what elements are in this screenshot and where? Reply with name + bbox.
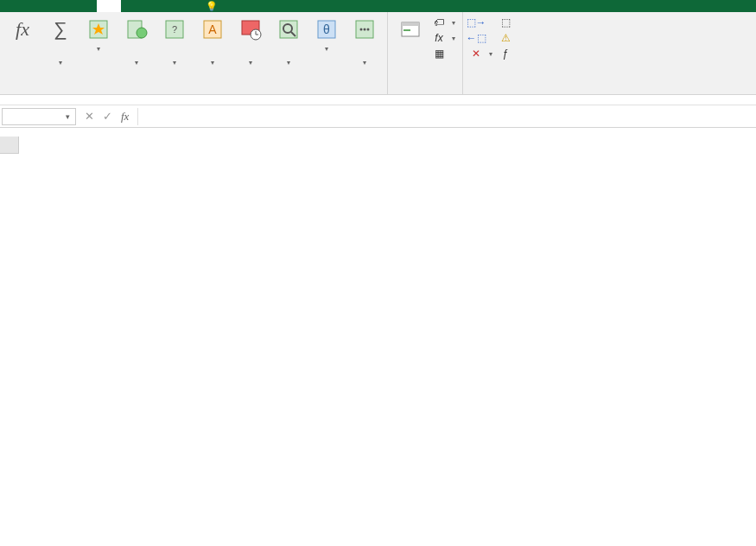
name-box[interactable]: ▾ — [2, 108, 76, 125]
trace-prec-button[interactable]: ⬚→ — [468, 16, 494, 29]
financial-button[interactable]: ▾ — [118, 14, 156, 70]
svg-point-18 — [360, 29, 363, 31]
cancel-icon[interactable]: ✕ — [85, 110, 94, 123]
ribbon: fx ∑ ▾ ▾ ▾ ? — [0, 12, 756, 95]
lookup-button[interactable]: ▾ — [270, 14, 308, 70]
spreadsheet-grid[interactable] — [0, 136, 756, 154]
enter-icon[interactable]: ✓ — [103, 110, 112, 123]
use-in-formula-button[interactable]: fx ▾ — [431, 31, 457, 45]
math-button[interactable]: θ ▾ — [308, 14, 346, 54]
tab-insert[interactable] — [48, 0, 73, 12]
tab-file[interactable] — [0, 0, 24, 12]
name-manager-button[interactable] — [391, 14, 429, 47]
error-check-button[interactable]: ⚠ — [498, 31, 517, 45]
group-label-audit — [467, 90, 518, 94]
sigma-icon: ∑ — [47, 16, 74, 43]
tag-icon: 🏷 — [433, 16, 445, 29]
svg-rect-22 — [402, 22, 419, 26]
tab-review[interactable] — [145, 0, 169, 12]
clock-icon — [237, 16, 264, 43]
tab-start[interactable] — [24, 0, 48, 12]
tab-view[interactable] — [169, 0, 194, 12]
group-label-lib — [3, 90, 384, 94]
eval-icon: ƒ — [499, 48, 511, 60]
select-all-corner[interactable] — [0, 136, 19, 154]
trace-dep-icon: ←⬚ — [470, 32, 482, 44]
formula-bar-row: ▾ ✕ ✓ fx — [0, 105, 756, 128]
group-audit: ⬚→ ←⬚ ✕ ▾ ⬚ ⚠ ƒ — [463, 12, 522, 94]
ribbon-tabs: 💡 — [0, 0, 756, 12]
logical-icon: ? — [161, 16, 188, 43]
svg-text:?: ? — [172, 24, 177, 35]
svg-text:θ: θ — [323, 22, 330, 36]
recent-button[interactable]: ▾ — [79, 14, 118, 54]
fx-button[interactable]: fx — [121, 110, 129, 124]
tell-me[interactable]: 💡 — [194, 0, 230, 12]
svg-point-20 — [367, 29, 370, 31]
show-icon: ⬚ — [499, 16, 511, 29]
theta-icon: θ — [313, 16, 340, 43]
logical-button[interactable]: ? ▾ — [156, 14, 194, 70]
more-icon — [351, 16, 378, 43]
chevron-down-icon[interactable]: ▾ — [66, 112, 70, 121]
show-formula-button[interactable]: ⬚ — [498, 16, 517, 29]
fx-icon: fx — [9, 16, 36, 43]
lookup-icon — [275, 16, 302, 43]
group-names: 🏷 ▾ fx ▾ ▦ — [388, 12, 463, 94]
svg-rect-23 — [403, 29, 410, 31]
fx-small-icon: fx — [433, 32, 445, 44]
create-from-sel-button[interactable]: ▦ — [431, 47, 457, 60]
svg-text:A: A — [208, 22, 217, 36]
star-icon — [85, 16, 112, 43]
text-icon: A — [199, 16, 226, 43]
autosum-button[interactable]: ∑ ▾ — [41, 14, 79, 70]
tab-layout[interactable] — [73, 0, 97, 12]
svg-point-3 — [137, 28, 147, 38]
remove-arrow-button[interactable]: ✕ ▾ — [468, 47, 494, 60]
tab-data[interactable] — [121, 0, 145, 12]
error-icon: ⚠ — [499, 32, 511, 44]
remove-arrow-icon: ✕ — [470, 48, 482, 60]
financial-icon — [123, 16, 150, 43]
eval-formula-button[interactable]: ƒ — [498, 47, 517, 60]
trace-prec-icon: ⬚→ — [470, 16, 482, 29]
formula-bar[interactable] — [137, 108, 756, 125]
grid-icon: ▦ — [433, 48, 445, 60]
insert-function-button[interactable]: fx — [3, 14, 41, 47]
trace-dep-button[interactable]: ←⬚ — [468, 31, 494, 45]
group-label-names — [391, 90, 459, 94]
group-fn-lib: fx ∑ ▾ ▾ ▾ ? — [0, 12, 388, 94]
svg-point-19 — [364, 29, 366, 31]
other-fn-button[interactable]: ▾ — [346, 14, 384, 70]
define-name-button[interactable]: 🏷 ▾ — [431, 16, 457, 29]
name-manager-icon — [397, 16, 424, 43]
datetime-button[interactable]: ▾ — [232, 14, 270, 70]
tab-formula[interactable] — [97, 0, 121, 12]
text-button[interactable]: A ▾ — [194, 14, 232, 70]
